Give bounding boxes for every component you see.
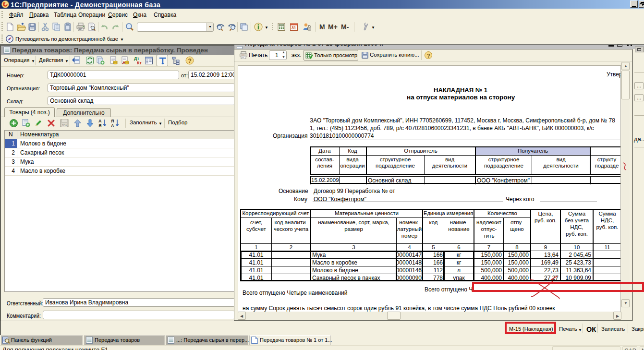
svg-text:А: А <box>111 123 114 128</box>
svg-text:Кт: Кт <box>137 60 142 65</box>
svg-text:ТОК: ТОК <box>62 124 67 127</box>
svg-text:Я: Я <box>111 119 114 123</box>
svg-text:Я: Я <box>98 123 101 128</box>
svg-text:А: А <box>98 119 102 123</box>
svg-text:?: ? <box>188 58 192 64</box>
svg-text:?: ? <box>427 53 430 59</box>
svg-text:31: 31 <box>292 25 296 30</box>
